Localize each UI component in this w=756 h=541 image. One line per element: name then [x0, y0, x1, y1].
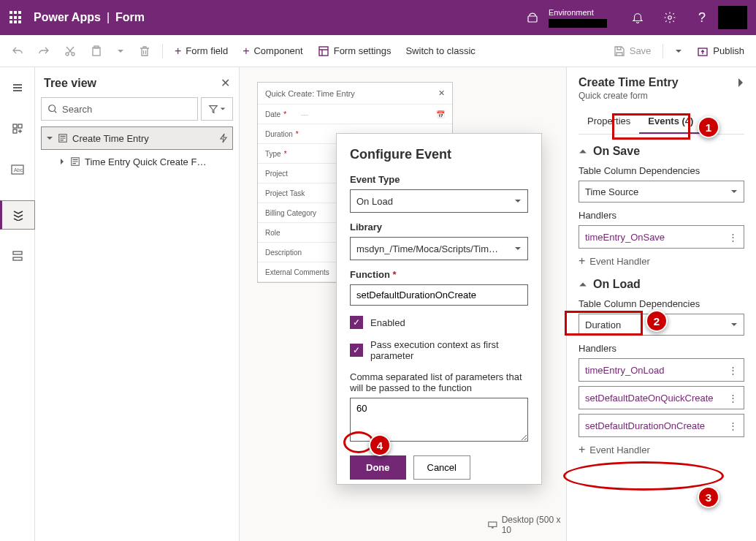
close-tree-icon[interactable]: ✕ — [221, 76, 230, 90]
chevron-right-icon[interactable] — [737, 77, 744, 88]
params-input[interactable] — [350, 398, 528, 442]
more-icon[interactable]: ⋮ — [728, 232, 738, 243]
tab-events[interactable]: Events (4) — [639, 110, 702, 134]
tcd-label: Table Column Dependencies — [579, 165, 744, 176]
form-settings-label: Form settings — [334, 45, 392, 56]
tree-node-child[interactable]: Time Entry Quick Create F… — [41, 150, 233, 173]
chevron-down-icon — [220, 106, 226, 112]
chevron-right-icon — [58, 158, 66, 165]
svg-rect-13 — [13, 251, 22, 254]
environment-label[interactable]: Environment — [549, 7, 607, 28]
more-icon[interactable]: ⋮ — [728, 420, 738, 431]
page-name: Form — [115, 11, 145, 23]
params-label: Comma separated list of parameters that … — [350, 371, 528, 393]
rail-data-icon[interactable] — [0, 241, 35, 270]
bell-icon[interactable] — [622, 0, 654, 35]
tree-title: Tree view — [44, 77, 96, 90]
done-button[interactable]: Done — [350, 455, 406, 480]
chevron-down-icon — [730, 321, 738, 328]
chevron-down-icon — [514, 197, 522, 205]
form-settings-button[interactable]: Form settings — [312, 41, 397, 61]
pass-context-checkbox[interactable]: ✓Pass execution context as first paramet… — [350, 339, 528, 361]
component-button[interactable]: +Component — [237, 40, 309, 62]
cut-button[interactable] — [58, 41, 82, 61]
svg-rect-4 — [93, 48, 100, 56]
configure-event-dialog: Configure Event Event Type On Load Libra… — [336, 133, 542, 485]
undo-button[interactable] — [6, 41, 29, 61]
ribbon: +Form field +Component Form settings Swi… — [0, 35, 756, 67]
paste-more-icon[interactable] — [111, 43, 130, 59]
inspector: Create Time Entry Quick create form Prop… — [566, 67, 756, 541]
avatar-redacted[interactable] — [718, 6, 747, 29]
chevron-up-icon — [579, 147, 587, 156]
more-icon[interactable]: ⋮ — [728, 365, 738, 376]
form-icon — [70, 156, 80, 167]
help-icon[interactable]: ? — [686, 0, 718, 35]
svg-point-3 — [72, 53, 75, 56]
form-field-button[interactable]: +Form field — [169, 40, 234, 62]
add-handler-onload[interactable]: +Event Handler — [579, 443, 744, 456]
tree-root-label: Create Time Entry — [72, 133, 149, 144]
tab-properties[interactable]: Properties — [579, 110, 639, 134]
library-select[interactable]: msdyn_/Time/Moca/Scripts/Tim… — [350, 237, 528, 260]
switch-classic-button[interactable]: Switch to classic — [400, 41, 481, 61]
preview-title: Quick Create: Time Entry — [265, 89, 355, 98]
svg-rect-0 — [528, 16, 537, 22]
status-bar: Desktop (500 x 10 — [488, 515, 566, 535]
function-input[interactable] — [350, 284, 528, 306]
handler-date[interactable]: setDefaultDateOnQuickCreate⋮ — [579, 386, 744, 409]
form-icon — [58, 133, 68, 143]
inspector-subtitle: Quick create form — [579, 91, 744, 101]
publish-button[interactable]: Publish — [691, 41, 750, 61]
save-more-icon[interactable] — [669, 43, 688, 59]
save-label: Save — [630, 45, 652, 56]
field-date[interactable]: Date*---📅 — [258, 105, 452, 124]
switch-classic-label: Switch to classic — [405, 45, 475, 56]
handler-onload[interactable]: timeEntry_OnLoad⋮ — [579, 358, 744, 382]
tree-node-root[interactable]: Create Time Entry — [41, 126, 233, 150]
component-label: Component — [253, 45, 302, 56]
save-button[interactable]: Save — [608, 41, 657, 61]
delete-button[interactable] — [133, 41, 156, 61]
section-onload[interactable]: On Load — [579, 278, 744, 291]
redo-button[interactable] — [32, 41, 56, 61]
more-icon[interactable]: ⋮ — [728, 393, 738, 404]
svg-rect-10 — [13, 129, 17, 133]
rail-hamburger-icon[interactable] — [0, 73, 35, 102]
section-onsave[interactable]: On Save — [579, 145, 744, 158]
event-type-select[interactable]: On Load — [350, 189, 528, 213]
dialog-title: Configure Event — [350, 147, 528, 162]
enabled-checkbox[interactable]: ✓Enabled — [350, 316, 528, 329]
svg-rect-6 — [319, 47, 328, 56]
gear-icon[interactable] — [654, 0, 686, 35]
rail-tree-icon[interactable] — [0, 200, 35, 230]
chevron-up-icon — [579, 280, 587, 289]
handlers-label: Handlers — [579, 210, 744, 221]
paste-button[interactable] — [85, 41, 108, 61]
handler-duration[interactable]: setDefaultDurationOnCreate⋮ — [579, 414, 744, 437]
tcd-label-onload: Table Column Dependencies — [579, 298, 744, 309]
svg-rect-14 — [13, 257, 22, 260]
waffle-icon[interactable] — [9, 10, 23, 25]
add-handler-onsave[interactable]: +Event Handler — [579, 254, 744, 268]
lightning-icon — [219, 133, 228, 143]
tcd-onload-select[interactable]: Duration — [579, 314, 744, 336]
top-bar: Power Apps|Form Environment ? — [0, 0, 756, 35]
desktop-icon — [488, 521, 497, 529]
search-input[interactable]: Search — [41, 97, 198, 121]
chevron-down-icon — [46, 135, 53, 142]
form-field-label: Form field — [186, 45, 228, 56]
inspector-title: Create Time Entry — [579, 76, 679, 89]
filter-button[interactable] — [201, 97, 233, 121]
tcd-onsave-select[interactable]: Time Source — [579, 181, 744, 203]
env-picker-icon[interactable] — [516, 0, 549, 35]
rail-components-icon[interactable] — [0, 114, 35, 143]
cancel-button[interactable]: Cancel — [413, 455, 470, 480]
publish-label: Publish — [713, 45, 744, 56]
handler-onsave[interactable]: timeEntry_OnSave⋮ — [579, 225, 744, 249]
search-icon — [47, 104, 58, 114]
function-label: Function * — [350, 269, 528, 280]
preview-close-icon[interactable]: ✕ — [438, 88, 445, 98]
svg-point-1 — [668, 16, 672, 20]
rail-form-icon[interactable]: Abc — [0, 155, 35, 184]
